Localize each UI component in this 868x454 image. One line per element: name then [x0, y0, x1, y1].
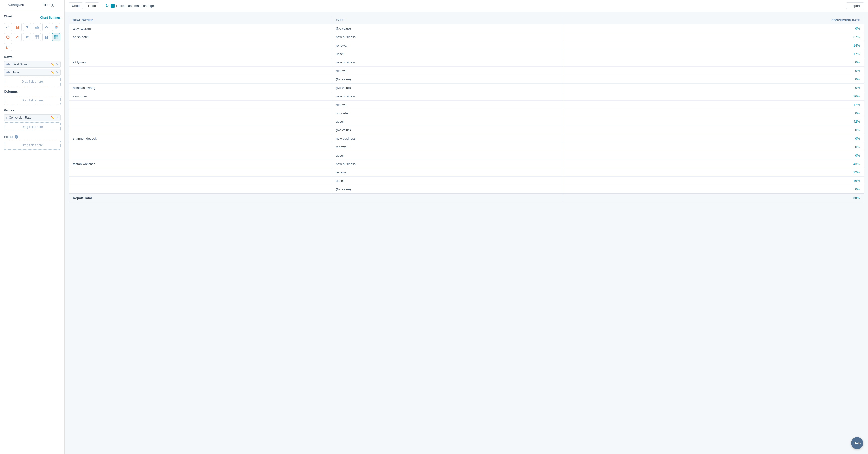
table-row: upgrade0%	[69, 109, 864, 118]
deal-owner-actions: ✏️ ✕	[51, 63, 58, 66]
table-row: tristan whitchernew business43%	[69, 160, 864, 168]
edit-deal-owner-icon[interactable]: ✏️	[51, 63, 54, 66]
cell-deal-owner: nicholas hwang	[69, 84, 332, 92]
cell-deal-owner	[69, 143, 332, 151]
columns-section-title: Columns	[4, 90, 61, 93]
table-row: nicholas hwang(No value)0%	[69, 84, 864, 92]
chart-icon-combo[interactable]	[4, 43, 12, 51]
chart-icon-column[interactable]	[42, 33, 50, 41]
cell-type: renewal	[332, 143, 562, 151]
sidebar-tabs: Configure Filter (1)	[0, 0, 64, 10]
cell-type: renewal	[332, 67, 562, 75]
sidebar: Configure Filter (1) Chart Chart Setting…	[0, 0, 65, 454]
chart-icon-donut[interactable]	[4, 33, 12, 41]
cell-type: new business	[332, 160, 562, 168]
edit-conversion-rate-icon[interactable]: ✏️	[51, 116, 54, 120]
refresh-label: Refresh as I make changes	[116, 4, 155, 8]
cell-deal-owner	[69, 126, 332, 134]
cell-deal-owner: shannon decock	[69, 134, 332, 143]
cell-deal-owner	[69, 50, 332, 58]
cell-conversion-rate: 42%	[562, 118, 864, 126]
row-field-type[interactable]: Abc Type ✏️ ✕	[4, 69, 61, 76]
col-conversion-rate: CONVERSION RATE	[562, 16, 864, 24]
table-row: shannon decocknew business0%	[69, 134, 864, 143]
fields-title: Fields i	[4, 135, 61, 139]
values-drag-zone[interactable]: Drag fields here	[4, 123, 61, 131]
svg-rect-20	[7, 47, 8, 48]
table-body: ajay rajaram(No value)0%anish patelnew b…	[69, 24, 864, 194]
chart-icon-single[interactable]: 42	[23, 33, 31, 41]
table-row: (No value)0%	[69, 126, 864, 134]
chart-icon-area[interactable]	[33, 23, 41, 31]
table-row: sam channew business26%	[69, 92, 864, 101]
field-tag-left: Abc Deal Owner	[6, 63, 28, 66]
cell-type: renewal	[332, 101, 562, 109]
row-field-deal-owner[interactable]: Abc Deal Owner ✏️ ✕	[4, 61, 61, 68]
table-row: upsell0%	[69, 151, 864, 160]
undo-button[interactable]: Undo	[69, 2, 83, 9]
value-field-conversion-rate[interactable]: # Conversion Rate ✏️ ✕	[4, 115, 61, 121]
cell-conversion-rate: 0%	[562, 75, 864, 84]
columns-drag-zone[interactable]: Drag fields here	[4, 96, 61, 105]
fields-label: Fields	[4, 135, 13, 139]
chart-icon-gauge[interactable]	[14, 33, 22, 41]
main-content: Undo Redo ↻ ✓ Refresh as I make changes …	[65, 0, 868, 454]
fields-drag-zone[interactable]: Drag fields here	[4, 141, 61, 150]
svg-rect-0	[16, 26, 17, 29]
chart-icon-line[interactable]	[4, 23, 12, 31]
type-label: Type	[13, 71, 19, 74]
col-deal-owner: DEAL OWNER	[69, 16, 332, 24]
cell-conversion-rate: 0%	[562, 109, 864, 118]
deal-owner-prefix: Abc	[6, 63, 11, 66]
fields-info-icon[interactable]: i	[15, 135, 18, 139]
cell-deal-owner	[69, 168, 332, 177]
remove-conversion-rate-icon[interactable]: ✕	[56, 116, 58, 120]
export-button[interactable]: Export	[846, 2, 864, 9]
svg-rect-19	[6, 47, 7, 48]
cell-type: new business	[332, 134, 562, 143]
table-row: kit lymannew business0%	[69, 58, 864, 67]
chart-icon-table[interactable]	[33, 33, 41, 41]
help-button[interactable]: Help	[851, 437, 863, 449]
toolbar: Undo Redo ↻ ✓ Refresh as I make changes …	[65, 0, 868, 12]
cell-conversion-rate: 17%	[562, 101, 864, 109]
remove-deal-owner-icon[interactable]: ✕	[56, 63, 58, 66]
type-prefix: Abc	[6, 71, 11, 74]
chart-icon-scatter[interactable]	[42, 23, 50, 31]
data-table: DEAL OWNER TYPE CONVERSION RATE ajay raj…	[69, 16, 864, 202]
cell-conversion-rate: 43%	[562, 160, 864, 168]
table-row: renewal0%	[69, 67, 864, 75]
rows-section-title: Rows	[4, 55, 61, 59]
tab-configure[interactable]: Configure	[0, 0, 32, 10]
field-tag-left-conv: # Conversion Rate	[6, 116, 31, 120]
chart-settings-link[interactable]: Chart Settings	[40, 16, 61, 20]
cell-type: (No value)	[332, 185, 562, 194]
svg-rect-12	[44, 36, 45, 39]
svg-text:42: 42	[26, 36, 29, 39]
col-type: TYPE	[332, 16, 562, 24]
svg-rect-1	[17, 27, 18, 29]
chart-icon-pie[interactable]	[52, 23, 60, 31]
remove-type-icon[interactable]: ✕	[56, 71, 58, 74]
refresh-icon[interactable]: ↻	[105, 3, 108, 8]
cell-type: upsell	[332, 50, 562, 58]
table-row: upsell42%	[69, 118, 864, 126]
cell-conversion-rate: 16%	[562, 177, 864, 185]
toolbar-divider	[102, 3, 102, 9]
cell-deal-owner	[69, 67, 332, 75]
svg-point-3	[45, 27, 46, 28]
table-row: upsell16%	[69, 177, 864, 185]
deal-owner-label: Deal Owner	[13, 63, 28, 66]
refresh-checkbox-label[interactable]: ✓ Refresh as I make changes	[111, 4, 155, 8]
chart-icons-row3	[4, 43, 61, 51]
rows-drag-zone[interactable]: Drag fields here	[4, 77, 61, 86]
svg-line-7	[18, 37, 18, 38]
refresh-checkbox[interactable]: ✓	[111, 4, 115, 8]
chart-icon-bar[interactable]	[14, 23, 22, 31]
cell-type: (No value)	[332, 24, 562, 33]
chart-icon-pivot[interactable]	[52, 33, 60, 41]
edit-type-icon[interactable]: ✏️	[51, 71, 54, 74]
tab-filter[interactable]: Filter (1)	[32, 0, 65, 10]
chart-icon-funnel[interactable]	[23, 23, 31, 31]
redo-button[interactable]: Redo	[85, 2, 99, 9]
